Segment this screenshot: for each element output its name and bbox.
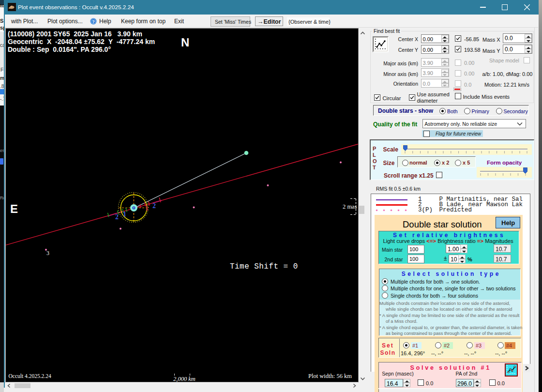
svg-text:1: 1 <box>145 205 149 212</box>
svg-text:2: 2 <box>115 213 119 221</box>
svg-text:3: 3 <box>46 250 49 256</box>
svg-text:N: N <box>181 36 189 49</box>
svg-text:1: 1 <box>123 211 126 218</box>
svg-text:2: 2 <box>152 202 156 210</box>
svg-text:Double : Sep 0.0164". PA 296.: Double : Sep 0.0164". PA 296.0° <box>8 45 111 53</box>
svg-text:2 mas: 2 mas <box>343 203 357 210</box>
svg-text:Plot width: 56 km: Plot width: 56 km <box>308 373 352 379</box>
svg-text:E: E <box>10 202 18 215</box>
svg-text:?: ? <box>92 19 95 24</box>
svg-text:2,000 km: 2,000 km <box>173 376 196 382</box>
svg-text:Occult 4.2025.2.24: Occult 4.2025.2.24 <box>9 373 51 379</box>
svg-text:Time Shift = 0: Time Shift = 0 <box>230 262 298 271</box>
svg-text:Geocentric X -2048.04 ±75.62: Geocentric X -2048.04 ±75.62 Y -4777.24 … <box>8 38 155 45</box>
svg-text:(110008) 2001 SY65 2025 Jan 1: (110008) 2001 SY65 2025 Jan 16 3.90 km <box>8 30 142 38</box>
